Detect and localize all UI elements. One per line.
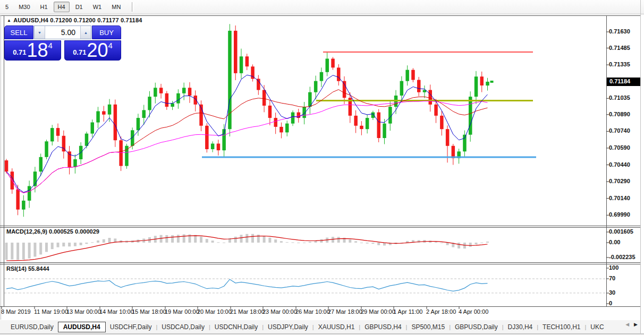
tab-sp500-m15[interactable]: SP500,M15 [407,322,449,332]
ask-price-pip: 4 [108,41,113,50]
timeframe-button-mn[interactable]: MN [107,2,125,12]
price-axis-label: 0.70590 [609,144,630,151]
one-click-trade-panel: SELL ▼ 5.00 ▲ BUY 0.71 18 4 0.71 20 4 [4,25,121,61]
time-axis-label: 11 Mar 19:00 [34,308,68,315]
tab-gbpusd-h4[interactable]: GBPUSD,H4 [360,322,405,332]
tab-dj30-h4[interactable]: DJ30,H4 [504,322,537,332]
macd-axis-label: 0.00 [609,239,620,245]
timeframe-button-5[interactable]: 5 [1,2,13,12]
time-axis-label: 27 Mar 18:00 [328,308,362,315]
ohlc-text: AUDUSD,H4 0.71200 0.71200 0.71177 0.7118… [13,17,142,23]
time-axis-label: 2 Apr 18:00 [426,308,456,315]
price-axis-label: 0.71630 [609,28,630,35]
timeframe-toolbar: 5M30H1H4D1W1MN [0,0,644,14]
price-axis-label: 0.71485 [609,45,630,51]
bid-price-button[interactable]: 0.71 18 4 [4,40,61,61]
rsi-axis-label: 30 [609,289,615,296]
window-right-edge [640,0,641,335]
window-left-edge [1,15,1,320]
bid-price-prefix: 0.71 [13,48,26,56]
tab-usdcnh-daily[interactable]: USDCNH,Daily [210,322,262,332]
toolbar-separator [132,2,134,12]
time-axis-label: 15 Mar 18:00 [132,308,166,315]
tab-gbpusd-daily[interactable]: GBPUSD,Daily [451,322,502,332]
timeframe-buttons: 5M30H1H4D1W1MN [1,2,126,12]
price-axis-label: 0.71335 [609,61,630,67]
sell-button[interactable]: SELL [4,25,33,39]
price-axis-label: 0.71035 [609,95,630,101]
time-axis-label: 1 Apr 11:00 [393,308,422,315]
volume-spinner: ▼ 5.00 ▲ [34,25,91,39]
tabs-scroll-left-icon[interactable]: ◀ [625,322,629,327]
time-axis-border [0,306,640,307]
bid-price-main: 18 [27,42,48,58]
current-price-badge: 0.71184 [607,78,640,86]
volume-input[interactable]: 5.00 [45,26,80,39]
tabs-scroll-right-icon[interactable]: ▶ [634,322,638,327]
macd-axis-label: -0.002235 [609,254,635,260]
time-axis-label: 20 Mar 10:00 [197,308,232,315]
ask-price-prefix: 0.71 [73,48,86,56]
price-axis-label: 0.70290 [609,178,630,184]
ask-price-main: 20 [87,42,108,58]
time-axis-label: 13 Mar 00:00 [66,308,101,315]
time-axis-label: 4 Apr 00:00 [459,308,488,315]
timeframe-button-d1[interactable]: D1 [71,2,87,12]
chart-top-border [0,15,640,16]
trading-terminal-window: { "toolbar": { "timeframes": ["5", "M30"… [0,0,644,335]
timeframe-button-m30[interactable]: M30 [14,2,34,12]
pane-separator[interactable] [0,226,640,226]
rsi-axis-label: 70 [609,275,615,281]
timeframe-button-h4[interactable]: H4 [54,2,70,12]
price-axis-label: 0.69990 [609,211,630,218]
collapse-panel-icon[interactable]: ▲ [7,18,11,23]
rsi-axis-label: 100 [609,264,618,271]
bid-price-pip: 4 [48,41,53,50]
ohlc-header: ▲AUDUSD,H4 0.71200 0.71200 0.71177 0.711… [7,17,142,23]
tab-usdchf-daily[interactable]: USDCHF,Daily [106,322,156,332]
pane-separator[interactable] [0,264,640,264]
rsi-axis-label: 0 [609,300,612,306]
tab-ukc[interactable]: UKC [586,322,608,332]
tab-usdcad-daily[interactable]: USDCAD,Daily [157,322,209,332]
tab-eurusd-daily[interactable]: EURUSD,Daily [6,322,58,332]
time-axis-label: 19 Mar 00:00 [165,308,199,315]
pane-separator[interactable] [0,227,640,228]
price-axis-label: 0.70890 [609,111,630,117]
tab-usdjpy-daily[interactable]: USDJPY,Daily [264,322,312,332]
time-axis-label: 8 Mar 2019 [1,308,31,315]
time-axis-label: 29 Mar 00:00 [361,308,395,315]
tab-audusd-h4[interactable]: AUDUSD,H4 [58,322,106,332]
pane-separator[interactable] [0,262,640,263]
tab-xauusd-h1[interactable]: XAUUSD,H1 [314,322,359,332]
timeframe-button-w1[interactable]: W1 [89,2,106,12]
price-axis-label: 0.70740 [609,127,630,134]
volume-increase-icon[interactable]: ▲ [80,26,91,39]
buy-button[interactable]: BUY [92,25,121,39]
macd-axis-label: 0.001605 [609,228,633,235]
volume-decrease-icon[interactable]: ▼ [35,26,45,39]
time-axis-label: 21 Mar 18:00 [230,308,265,315]
ask-price-button[interactable]: 0.71 20 4 [64,40,121,61]
tab-tech100-h1[interactable]: TECH100,H1 [538,322,584,332]
rsi-indicator-label: RSI(14) 55.8444 [6,265,49,272]
timeframe-button-h1[interactable]: H1 [36,2,52,12]
time-axis-label: 14 Mar 10:00 [99,308,134,315]
time-axis-label: 26 Mar 10:00 [295,308,330,315]
chart-tabs-bar: EURUSD,DailyAUDUSD,H4USDCHF,Daily|USDCAD… [0,320,640,333]
macd-indicator-label: MACD(12,26,9) 0.000525 0.000029 [6,228,99,235]
time-axis-label: 23 Mar 00:00 [262,308,297,315]
price-axis-label: 0.70140 [609,195,630,201]
tabs-scroll-arrows: ◀ ▶ [625,322,638,327]
price-axis-label: 0.70440 [609,161,630,168]
